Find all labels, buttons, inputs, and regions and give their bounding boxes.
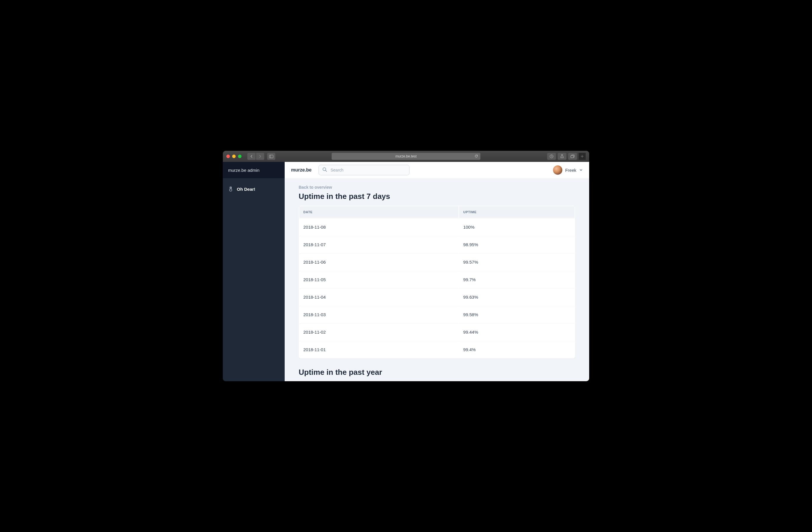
reload-icon <box>475 154 478 158</box>
browser-toolbar-right <box>547 153 586 160</box>
svg-point-4 <box>230 187 231 189</box>
cell-uptime: 99.57% <box>459 254 575 270</box>
cell-date: 2018-11-07 <box>299 236 459 253</box>
url-text: murze.be.test <box>395 154 417 158</box>
share-icon <box>560 154 564 158</box>
sidebar-header[interactable]: murze.be admin <box>223 162 285 178</box>
maximize-window-button[interactable] <box>238 155 242 158</box>
cell-date: 2018-11-02 <box>299 323 459 340</box>
table-row[interactable]: 2018-11-04 99.63% <box>299 288 575 305</box>
search-wrap <box>319 165 409 175</box>
cell-date: 2018-11-08 <box>299 218 459 235</box>
tabs-icon <box>570 155 575 158</box>
browser-sidebar-toggle[interactable] <box>267 153 275 160</box>
sidebar-icon <box>269 155 273 158</box>
table-row[interactable]: 2018-11-03 99.58% <box>299 306 575 323</box>
table-row[interactable]: 2018-11-05 99.7% <box>299 271 575 288</box>
svg-point-5 <box>230 189 232 191</box>
shield-icon <box>550 154 554 158</box>
cell-uptime: 100% <box>459 218 575 235</box>
cell-date: 2018-11-05 <box>299 271 459 288</box>
column-header-uptime: UPTIME <box>459 206 575 218</box>
window-controls <box>226 155 242 158</box>
privacy-button[interactable] <box>547 153 556 160</box>
table-row[interactable]: 2018-11-06 99.57% <box>299 254 575 270</box>
svg-line-8 <box>325 170 327 172</box>
cell-uptime: 99.4% <box>459 341 575 358</box>
chevron-left-icon <box>250 155 253 158</box>
tabs-button[interactable] <box>568 153 577 160</box>
url-bar[interactable]: murze.be.test <box>332 153 480 160</box>
reload-button[interactable] <box>475 154 478 159</box>
table-row[interactable]: 2018-11-08 100% <box>299 218 575 235</box>
section-title-7days: Uptime in the past 7 days <box>299 192 575 201</box>
browser-titlebar: murze.be.test <box>223 151 589 162</box>
section-title-year: Uptime in the past year <box>299 368 575 377</box>
uptime-7days-table: DATE UPTIME 2018-11-08 100% 2018-11-07 9… <box>299 206 575 358</box>
cell-uptime: 98.95% <box>459 236 575 253</box>
back-to-overview-link[interactable]: Back to overview <box>299 185 332 190</box>
cell-uptime: 99.7% <box>459 271 575 288</box>
app-body: murze.be admin Oh Dear! murze.be <box>223 162 589 381</box>
chevron-down-icon <box>579 168 583 172</box>
cell-date: 2018-11-06 <box>299 254 459 270</box>
avatar <box>553 166 562 175</box>
forward-button[interactable] <box>256 153 264 160</box>
browser-nav-buttons <box>247 153 264 160</box>
sidebar-title: murze.be admin <box>228 168 260 173</box>
chevron-right-icon <box>259 155 262 158</box>
sidebar-item-label: Oh Dear! <box>237 187 255 192</box>
minimize-window-button[interactable] <box>232 155 236 158</box>
sidebar-nav: Oh Dear! <box>223 178 285 200</box>
cell-date: 2018-11-03 <box>299 306 459 323</box>
back-button[interactable] <box>247 153 256 160</box>
cell-uptime: 99.44% <box>459 323 575 340</box>
share-button[interactable] <box>558 153 566 160</box>
user-menu[interactable]: Freek <box>553 166 583 175</box>
new-tab-button[interactable] <box>579 153 586 160</box>
topbar: murze.be Freek <box>285 162 589 178</box>
search-icon <box>322 167 327 173</box>
cell-date: 2018-11-04 <box>299 288 459 305</box>
table-row[interactable]: 2018-11-02 99.44% <box>299 323 575 340</box>
sidebar: murze.be admin Oh Dear! <box>223 162 285 381</box>
sidebar-item-oh-dear[interactable]: Oh Dear! <box>228 184 279 194</box>
cell-date: 2018-11-01 <box>299 341 459 358</box>
cell-uptime: 99.58% <box>459 306 575 323</box>
snowman-icon <box>228 186 233 192</box>
plus-icon <box>581 155 584 158</box>
table-row[interactable]: 2018-11-01 99.4% <box>299 341 575 358</box>
svg-rect-6 <box>230 187 232 187</box>
close-window-button[interactable] <box>226 155 230 158</box>
app-title: murze.be <box>291 168 311 173</box>
table-header-row: DATE UPTIME <box>299 206 575 218</box>
cell-uptime: 99.63% <box>459 288 575 305</box>
table-row[interactable]: 2018-11-07 98.95% <box>299 236 575 253</box>
svg-rect-0 <box>270 155 273 158</box>
user-name: Freek <box>565 168 576 173</box>
column-header-date: DATE <box>299 206 459 218</box>
browser-window: murze.be.test murze.be admin <box>223 151 589 381</box>
main: murze.be Freek Back to overview Uptime i… <box>285 162 589 381</box>
svg-rect-3 <box>571 156 574 158</box>
content: Back to overview Uptime in the past 7 da… <box>285 178 589 381</box>
search-input[interactable] <box>319 165 409 175</box>
